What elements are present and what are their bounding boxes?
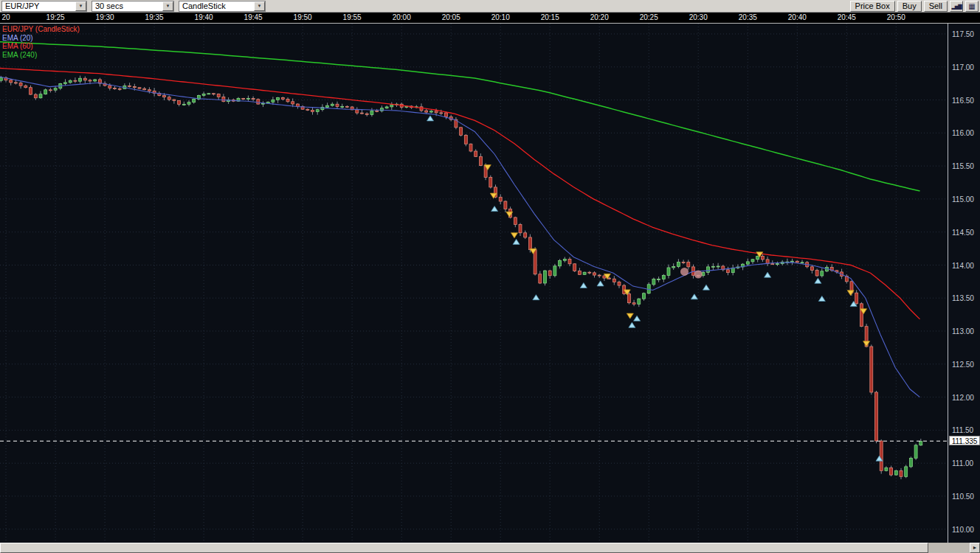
buy-marker-icon [597,281,604,286]
sell-marker-icon [863,341,870,347]
interval-select-value: 30 secs [92,1,162,11]
buy-marker-icon [629,322,635,327]
symbol-select[interactable]: EUR/JPY ▼ [1,1,87,12]
time-axis-label: 20:00 [390,13,413,21]
sell-marker-icon [627,313,633,319]
price-axis-label: 117.50 [952,30,974,38]
price-axis-label: 116.00 [952,129,974,137]
price-axis-label: 117.00 [952,63,974,72]
ema-60-line [0,69,920,319]
legend-item: EUR/JPY (CandleStick) [2,25,80,34]
buy-marker-icon [580,283,587,288]
price-axis-label: 112.00 [952,394,974,402]
grid-layer [0,24,948,543]
sell-marker-icon [511,233,518,238]
price-axis-label: 114.00 [952,262,974,270]
time-axis-label: 20:05 [440,13,462,21]
interval-select[interactable]: 30 secs ▼ [92,1,174,12]
buy-marker-icon [491,206,498,212]
scrollbar-thumb[interactable] [0,543,928,553]
price-axis-label: 110.00 [952,526,974,534]
price-axis-label: 113.50 [952,294,974,302]
ema-240-line [0,42,920,191]
time-axis-label: 20 [0,13,17,21]
ema-layer [0,42,920,397]
scroll-right-icon[interactable]: ► [970,543,980,553]
chart-area: EUR/JPY (CandleStick)EMA (20)EMA (60)EMA… [0,24,980,543]
price-axis-label: 112.50 [952,361,974,369]
toolbar: EUR/JPY ▼ 30 secs ▼ CandleStick ▼ Price … [0,0,980,13]
markers-layer [427,116,883,461]
time-axis: 2019:2519:3019:3519:4019:4519:5019:5520:… [0,13,980,24]
grid-icon[interactable]: ▦ [965,1,979,12]
time-axis-label: 20:25 [638,13,660,21]
buy-button[interactable]: Buy [897,1,922,12]
price-axis[interactable]: 117.50117.00116.50116.00115.50115.00114.… [948,24,980,543]
candles-layer [0,76,922,479]
buy-marker-icon [427,116,434,121]
horizontal-scrollbar[interactable]: ► [0,543,980,553]
price-axis-label: 116.50 [952,97,974,105]
chart-legend: EUR/JPY (CandleStick)EMA (20)EMA (60)EMA… [2,25,80,59]
price-box-button[interactable]: Price Box [850,1,895,12]
symbol-select-value: EUR/JPY [2,1,75,11]
price-axis-label: 115.00 [952,195,974,204]
current-price-badge: 111.335 [949,436,980,445]
time-axis-label: 19:30 [94,13,116,21]
ema-20-line [0,77,920,397]
price-axis-label: 115.50 [952,162,974,170]
time-axis-label: 19:55 [341,13,363,21]
chart-type-select-value: CandleStick [179,1,254,11]
time-axis-label: 19:40 [193,13,215,21]
sell-button[interactable]: Sell [924,1,948,12]
price-axis-label: 111.00 [952,459,973,467]
chevron-down-icon[interactable]: ▼ [254,1,265,11]
legend-item: EMA (240) [2,51,80,60]
time-axis-label: 19:25 [44,13,66,21]
price-axis-label: 113.00 [952,327,974,335]
time-axis-label: 20:30 [687,13,709,21]
trade-dot-marker [680,268,689,276]
buy-marker-icon [818,296,825,302]
buy-marker-icon [634,316,641,321]
time-axis-label: 19:45 [242,13,264,21]
buy-marker-icon [703,285,710,290]
legend-item: EMA (60) [2,42,80,51]
chart-type-select[interactable]: CandleStick ▼ [179,1,266,12]
buy-marker-icon [691,294,697,299]
time-axis-label: 20:45 [835,13,858,21]
buy-marker-icon [815,278,821,283]
bar-chart-icon[interactable]: ▂▅▇ [950,1,963,12]
buy-marker-icon [513,239,520,244]
price-axis-label: 114.50 [952,229,974,237]
chevron-down-icon[interactable]: ▼ [162,1,173,11]
time-axis-label: 20:50 [885,13,907,21]
price-axis-label: 111.50 [952,426,973,434]
time-axis-label: 20:20 [588,13,610,21]
buy-marker-icon [765,272,771,277]
trade-dot-marker [694,271,703,279]
chevron-down-icon[interactable]: ▼ [75,1,86,11]
trading-app: EUR/JPY ▼ 30 secs ▼ CandleStick ▼ Price … [0,0,980,553]
time-axis-label: 20:35 [736,13,759,21]
buy-marker-icon [533,295,539,300]
legend-item: EMA (20) [2,34,80,43]
time-axis-label: 19:35 [143,13,165,21]
time-axis-label: 20:15 [539,13,561,21]
time-axis-label: 20:40 [786,13,808,21]
price-axis-label: 110.50 [952,493,974,501]
time-axis-label: 19:50 [291,13,314,21]
price-chart[interactable] [0,24,948,543]
time-axis-label: 20:10 [489,13,511,21]
